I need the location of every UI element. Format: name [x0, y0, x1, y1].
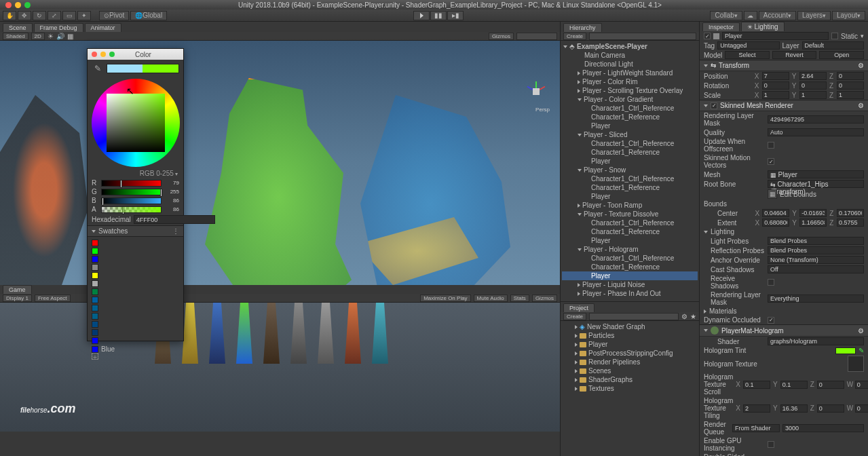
hierarchy-item[interactable]: Player - Texture Dissolve — [562, 210, 698, 218]
project-item[interactable]: Render Pipelines — [562, 358, 698, 366]
color-picker-titlebar[interactable]: Color — [88, 49, 183, 60]
step-button[interactable]: ▸▮ — [447, 11, 464, 20]
minimize-icon[interactable] — [15, 2, 21, 8]
stats-toggle[interactable]: Stats — [510, 294, 529, 302]
rotate-tool[interactable]: ↻ — [33, 11, 46, 20]
project-item[interactable]: Player — [562, 340, 698, 349]
scl-z[interactable] — [837, 91, 864, 99]
scl-y[interactable] — [799, 91, 827, 99]
rot-x[interactable] — [762, 81, 789, 90]
hierarchy-item[interactable]: Player — [562, 271, 698, 280]
play-button[interactable] — [413, 11, 430, 20]
color-mode-dropdown[interactable]: RGB 0-255 ▾ — [88, 168, 183, 178]
mesh-field[interactable]: ▦ Player — [768, 170, 864, 178]
2d-toggle[interactable]: 2D — [31, 33, 45, 40]
gizmos-dropdown[interactable]: Gizmos — [489, 33, 514, 40]
hierarchy-item[interactable]: Character1_Ctrl_Reference — [562, 139, 698, 148]
skinned-motion-checkbox[interactable]: ✓ — [768, 158, 774, 165]
maxonplay-toggle[interactable]: Maximize On Play — [420, 294, 470, 302]
pos-z[interactable] — [837, 72, 864, 80]
color-picker[interactable]: Color ✎ ↖ RGB 0-255 ▾ R79 G255 B86 A86 H… — [87, 48, 184, 341]
hierarchy-item[interactable]: Player - Toon Ramp — [562, 201, 698, 210]
minimize-icon[interactable] — [100, 52, 106, 57]
add-swatch-button[interactable]: + — [92, 353, 98, 360]
hierarchy-item[interactable]: Character1_Ctrl_Reference — [562, 254, 698, 263]
color-swatch[interactable] — [92, 305, 98, 311]
shaded-dropdown[interactable]: Shaded — [3, 33, 29, 40]
display-dropdown[interactable]: Display 1 — [3, 294, 32, 302]
scene-gizmo[interactable]: Persp — [523, 78, 550, 105]
hierarchy-item[interactable]: Player — [562, 236, 698, 245]
project-item[interactable]: PostProcessStrippingConfig — [562, 349, 698, 358]
tag-dropdown[interactable]: Untagged — [717, 41, 779, 50]
b-slider[interactable] — [101, 197, 162, 204]
cloud-button[interactable]: ☁ — [744, 11, 757, 20]
hierarchy-item[interactable]: Directional Light — [562, 60, 698, 69]
gear-icon[interactable]: ⚙ — [858, 62, 864, 69]
tint-swatch[interactable] — [835, 347, 856, 354]
hierarchy-item[interactable]: Player - Hologram — [562, 245, 698, 254]
rect-tool[interactable]: ▭ — [62, 11, 76, 20]
hierarchy-item[interactable]: Character1_Ctrl_Reference — [562, 174, 698, 183]
hierarchy-item[interactable]: Player - Sliced — [562, 130, 698, 139]
scl-x[interactable] — [762, 91, 789, 99]
hierarchy-item[interactable]: Character1_Reference — [562, 183, 698, 192]
static-checkbox[interactable] — [831, 33, 838, 39]
open-button[interactable]: Open — [819, 51, 864, 59]
scene-view[interactable]: Persp — [0, 41, 560, 285]
transform-tool[interactable]: ✦ — [77, 11, 91, 20]
pos-y[interactable] — [799, 72, 827, 80]
move-tool[interactable]: ✥ — [18, 11, 31, 20]
hierarchy-item[interactable]: Player - Snow — [562, 166, 698, 174]
hierarchy-item[interactable]: Player - Color Gradient — [562, 95, 698, 104]
g-slider[interactable] — [101, 189, 162, 195]
project-item[interactable]: Textures — [562, 384, 698, 393]
r-slider[interactable] — [101, 180, 162, 187]
close-icon[interactable] — [92, 52, 97, 57]
rlm-field[interactable] — [768, 115, 864, 124]
color-swatch[interactable] — [92, 264, 98, 271]
rot-z[interactable] — [837, 81, 864, 90]
account-dropdown[interactable]: Account ▾ — [759, 11, 796, 20]
select-button[interactable]: Select — [725, 51, 770, 59]
hierarchy-item[interactable]: Player - Color Rim — [562, 77, 698, 86]
color-swatch[interactable] — [92, 329, 98, 336]
scene-root[interactable]: ⬘ExampleScene-Player — [562, 42, 698, 51]
editbounds-button[interactable]: ▦ — [768, 189, 777, 199]
project-item[interactable]: ◈ New Shader Graph — [562, 322, 698, 331]
a-slider[interactable] — [101, 206, 162, 213]
color-swatch[interactable] — [92, 256, 98, 263]
hierarchy-item[interactable]: Player — [562, 121, 698, 130]
rootbone-field[interactable]: ⇆ Character1_Hips (Transform) — [768, 180, 864, 188]
filter-icon[interactable]: ⚙ — [681, 313, 687, 320]
maximize-icon[interactable] — [109, 52, 115, 57]
hierarchy-item[interactable]: Player - Phase In And Out — [562, 289, 698, 298]
gizmos-toggle[interactable]: Gizmos — [532, 294, 557, 302]
layers-dropdown[interactable]: Layers ▾ — [797, 11, 831, 20]
renderqueue-dropdown[interactable]: From Shader — [732, 424, 780, 432]
hierarchy-item[interactable]: Character1_Ctrl_Reference — [562, 218, 698, 227]
create-dropdown[interactable]: Create — [563, 33, 586, 40]
collab-dropdown[interactable]: Collab ▾ — [710, 11, 742, 20]
scale-tool[interactable]: ⤢ — [48, 11, 61, 20]
tab-scene[interactable]: Scene — [3, 23, 33, 32]
object-name-field[interactable] — [722, 32, 829, 40]
hierarchy-search[interactable] — [589, 33, 696, 40]
game-view[interactable]: filehorse.com — [0, 303, 560, 432]
gear-icon[interactable]: ⚙ — [858, 327, 864, 335]
color-swatch[interactable] — [92, 337, 98, 344]
project-item[interactable]: ShaderGraphs — [562, 375, 698, 384]
hierarchy-item[interactable]: Character1_Reference — [562, 263, 698, 271]
hierarchy-item[interactable]: Player - LightWeight Standard — [562, 69, 698, 77]
hierarchy-item[interactable]: Character1_Reference — [562, 148, 698, 157]
offscreen-checkbox[interactable] — [768, 142, 774, 149]
audio-icon[interactable]: 🔊 — [56, 33, 64, 40]
gear-icon[interactable]: ⚙ — [858, 102, 864, 109]
renderqueue-val[interactable] — [782, 424, 864, 432]
hierarchy-tree[interactable]: ⬘ExampleScene-Player Main CameraDirectio… — [561, 41, 699, 301]
texture-slot[interactable] — [848, 356, 864, 372]
color-swatch[interactable] — [92, 297, 98, 303]
color-swatch[interactable] — [92, 248, 98, 254]
hierarchy-item[interactable]: Character1_Ctrl_Reference — [562, 104, 698, 113]
tab-inspector[interactable]: Inspector — [702, 22, 740, 31]
